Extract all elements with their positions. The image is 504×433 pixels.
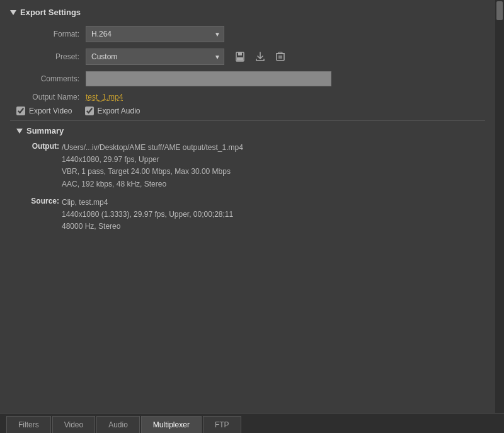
format-label: Format: — [16, 30, 86, 38]
export-audio-checkbox[interactable] — [85, 107, 94, 115]
save-preset-button[interactable] — [232, 49, 248, 65]
summary-title: Summary — [26, 126, 64, 136]
preset-dropdown-wrapper: Custom Match Source - High bitrate Match… — [86, 49, 289, 65]
export-video-checkbox[interactable] — [16, 107, 25, 115]
checkbox-row: Export Video Export Audio — [16, 107, 485, 115]
svg-rect-1 — [238, 52, 242, 55]
tab-filters[interactable]: Filters — [6, 416, 51, 433]
tab-video[interactable]: Video — [52, 416, 95, 433]
tab-ftp[interactable]: FTP — [203, 416, 241, 433]
svg-rect-2 — [237, 57, 243, 61]
export-audio-label: Export Audio — [98, 107, 140, 115]
tab-multiplexer[interactable]: Multiplexer — [141, 416, 202, 433]
summary-section: Summary Output: /Users/...iv/Desktop/AME… — [16, 126, 485, 233]
scrollbar-track[interactable] — [495, 0, 504, 413]
preset-select[interactable]: Custom Match Source - High bitrate Match… — [86, 49, 224, 65]
summary-output-label: Output: — [26, 142, 62, 190]
comments-label: Comments: — [16, 74, 86, 83]
export-settings-section: Export Settings Format: H.264 H.265 MPEG… — [0, 0, 495, 240]
divider — [10, 120, 485, 121]
export-video-label: Export Video — [29, 107, 72, 115]
summary-output-value: /Users/...iv/Desktop/AME stuff/AME outpu… — [62, 142, 243, 190]
export-audio-checkbox-item[interactable]: Export Audio — [85, 107, 140, 115]
collapse-icon[interactable] — [10, 10, 16, 15]
delete-preset-button[interactable] — [272, 49, 289, 65]
section-header: Export Settings — [10, 8, 485, 17]
summary-source-block: Source: Clip, test.mp4 1440x1080 (1.3333… — [26, 197, 485, 233]
export-video-checkbox-item[interactable]: Export Video — [16, 107, 72, 115]
comments-input[interactable] — [86, 71, 331, 86]
content-area: Export Settings Format: H.264 H.265 MPEG… — [0, 0, 495, 413]
summary-content: Output: /Users/...iv/Desktop/AME stuff/A… — [26, 142, 485, 233]
summary-header: Summary — [16, 126, 485, 136]
form-rows: Format: H.264 H.265 MPEG-4 QuickTime ▼ — [16, 26, 485, 101]
output-name-label: Output Name: — [16, 93, 86, 101]
svg-rect-8 — [278, 52, 282, 54]
scrollbar-thumb[interactable] — [496, 1, 503, 20]
preset-label: Preset: — [16, 52, 86, 61]
load-preset-button[interactable] — [252, 49, 268, 65]
tabs-bar: Filters Video Audio Multiplexer FTP — [0, 413, 504, 433]
output-name-row: Output Name: test_1.mp4 — [16, 93, 485, 101]
preset-icon-buttons — [232, 49, 289, 65]
tab-audio[interactable]: Audio — [96, 416, 140, 433]
preset-row: Preset: Custom Match Source - High bitra… — [16, 49, 485, 65]
comments-row: Comments: — [16, 71, 485, 86]
format-dropdown-container: H.264 H.265 MPEG-4 QuickTime ▼ — [86, 26, 224, 42]
format-row: Format: H.264 H.265 MPEG-4 QuickTime ▼ — [16, 26, 485, 42]
output-name-link[interactable]: test_1.mp4 — [86, 93, 123, 101]
format-select[interactable]: H.264 H.265 MPEG-4 QuickTime — [86, 26, 224, 42]
section-title: Export Settings — [20, 8, 81, 17]
summary-source-value: Clip, test.mp4 1440x1080 (1.3333), 29.97… — [62, 197, 233, 233]
main-panel: Export Settings Format: H.264 H.265 MPEG… — [0, 0, 504, 433]
summary-source-label: Source: — [26, 197, 62, 233]
preset-dropdown-container: Custom Match Source - High bitrate Match… — [86, 49, 224, 65]
summary-output-block: Output: /Users/...iv/Desktop/AME stuff/A… — [26, 142, 485, 190]
summary-collapse-icon[interactable] — [16, 129, 23, 134]
